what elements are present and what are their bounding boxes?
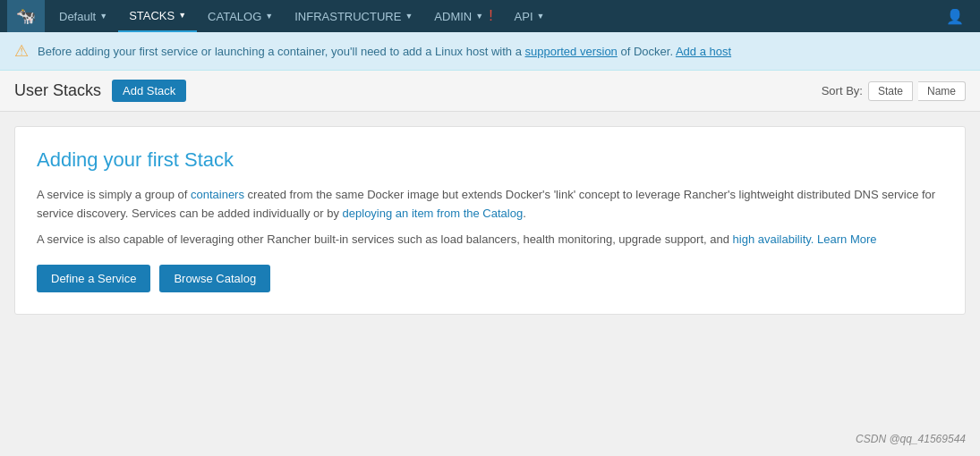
sort-by-label: Sort By:: [822, 84, 863, 97]
nav-stacks-caret: ▼: [178, 11, 186, 20]
nav-admin-label: ADMIN: [434, 10, 472, 23]
high-availability-link[interactable]: high availability.: [733, 232, 814, 246]
nav-api-label: API: [515, 10, 533, 23]
alert-text: Before adding your first service or laun…: [38, 45, 731, 58]
alert-text-before: Before adding your first service or laun…: [38, 45, 522, 58]
nav-admin-caret: ▼: [475, 12, 483, 21]
nav-item-admin[interactable]: ADMIN ▼ !: [423, 0, 503, 32]
sort-by-state-button[interactable]: State: [868, 81, 913, 101]
subheader: User Stacks Add Stack Sort By: State Nam…: [0, 71, 980, 112]
nav-item-catalog[interactable]: CATALOG ▼: [197, 0, 284, 32]
nav-item-default[interactable]: Default ▼: [48, 0, 118, 32]
nav-item-stacks[interactable]: STACKS ▼: [118, 0, 197, 32]
user-menu-button[interactable]: 👤: [937, 8, 973, 25]
define-service-button[interactable]: Define a Service: [37, 265, 150, 292]
nav-infrastructure-label: INFRASTRUCTURE: [294, 10, 401, 23]
nav-item-infrastructure[interactable]: INFRASTRUCTURE ▼: [284, 0, 423, 32]
card-paragraph-2: A service is also capable of leveraging …: [37, 231, 943, 249]
card-title: Adding your first Stack: [37, 148, 943, 172]
containers-link[interactable]: containers: [191, 188, 244, 201]
deploying-link[interactable]: deploying an item from the Catalog: [343, 207, 524, 220]
nav-catalog-label: CATALOG: [208, 10, 261, 23]
nav-default-label: Default: [59, 10, 96, 23]
add-stack-button[interactable]: Add Stack: [112, 80, 186, 102]
top-navigation: 🐄 Default ▼ STACKS ▼ CATALOG ▼ INFRASTRU…: [0, 0, 980, 32]
learn-more-link[interactable]: Learn More: [817, 232, 876, 246]
paragraph2-text: A service is also capable of leveraging …: [37, 232, 729, 246]
nav-catalog-caret: ▼: [265, 12, 273, 21]
page-title: User Stacks: [14, 81, 101, 100]
nav-item-api[interactable]: API ▼: [504, 0, 556, 32]
nav-stacks-label: STACKS: [129, 9, 175, 22]
app-logo[interactable]: 🐄: [7, 0, 45, 32]
nav-api-caret: ▼: [537, 12, 545, 21]
alert-banner: ⚠ Before adding your first service or la…: [0, 32, 980, 71]
browse-catalog-button[interactable]: Browse Catalog: [159, 265, 270, 292]
first-stack-card: Adding your first Stack A service is sim…: [14, 126, 966, 315]
user-icon: 👤: [946, 9, 964, 24]
warning-icon: ⚠: [14, 41, 29, 61]
card-actions: Define a Service Browse Catalog: [37, 265, 943, 292]
sort-by-name-button[interactable]: Name: [918, 81, 966, 101]
main-content: Adding your first Stack A service is sim…: [0, 112, 980, 329]
add-host-link[interactable]: Add a host: [676, 45, 731, 58]
card-paragraph-1: A service is simply a group of container…: [37, 186, 943, 224]
nav-infrastructure-caret: ▼: [405, 12, 413, 21]
nav-default-caret: ▼: [99, 12, 107, 21]
admin-alert-icon: !: [489, 8, 492, 24]
logo-icon: 🐄: [16, 6, 36, 26]
supported-version-link[interactable]: supported version: [525, 45, 618, 58]
alert-text-middle: of Docker.: [620, 45, 675, 58]
sort-by-section: Sort By: State Name: [822, 81, 966, 101]
